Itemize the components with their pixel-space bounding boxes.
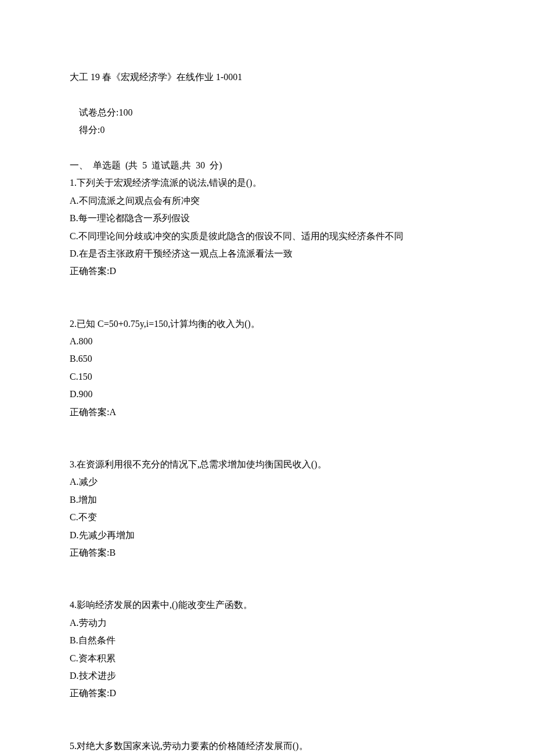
q3-option-b: B.增加 <box>70 491 464 509</box>
obtained-score: 得分:0 <box>79 125 104 135</box>
section-heading: 一、 单选题 (共 5 道试题,共 30 分) <box>70 157 464 174</box>
q3-prompt: 3.在资源利用很不充分的情况下,总需求增加使均衡国民收入()。 <box>70 456 464 473</box>
score-line: 试卷总分:100 得分:0 <box>70 86 464 157</box>
q3-option-a: A.减少 <box>70 473 464 491</box>
q3-option-c: C.不变 <box>70 509 464 526</box>
q4-answer: 正确答案:D <box>70 685 464 702</box>
q2-option-a: A.800 <box>70 333 464 350</box>
q3-answer: 正确答案:B <box>70 544 464 561</box>
spacer <box>70 298 464 315</box>
q1-prompt: 1.下列关于宏观经济学流派的说法,错误的是()。 <box>70 174 464 192</box>
spacer <box>70 561 464 579</box>
q4-prompt: 4.影响经济发展的因素中,()能改变生产函数。 <box>70 596 464 614</box>
q3-option-d: D.先减少再增加 <box>70 527 464 544</box>
spacer <box>70 280 464 298</box>
q1-option-c: C.不同理论间分歧或冲突的实质是彼此隐含的假设不同、适用的现实经济条件不同 <box>70 228 464 245</box>
q5-prompt: 5.对绝大多数国家来说,劳动力要素的价格随经济发展而()。 <box>70 737 464 755</box>
document-page: 大工 19 春《宏观经济学》在线作业 1-0001 试卷总分:100 得分:0 … <box>0 0 534 756</box>
spacer <box>70 421 464 438</box>
q2-answer: 正确答案:A <box>70 404 464 421</box>
q4-option-a: A.劳动力 <box>70 614 464 632</box>
spacer <box>70 579 464 596</box>
q1-answer: 正确答案:D <box>70 262 464 280</box>
q4-option-c: C.资本积累 <box>70 650 464 667</box>
q4-option-b: B.自然条件 <box>70 632 464 649</box>
q2-option-b: B.650 <box>70 350 464 368</box>
q1-option-a: A.不同流派之间观点会有所冲突 <box>70 192 464 210</box>
total-score: 试卷总分:100 <box>79 107 132 117</box>
q1-option-b: B.每一理论都隐含一系列假设 <box>70 210 464 227</box>
q4-option-d: D.技术进步 <box>70 667 464 685</box>
q2-option-d: D.900 <box>70 386 464 403</box>
q2-option-c: C.150 <box>70 368 464 386</box>
spacer <box>70 720 464 737</box>
spacer <box>70 703 464 720</box>
spacer <box>70 438 464 456</box>
q1-option-d: D.在是否主张政府干预经济这一观点上各流派看法一致 <box>70 245 464 262</box>
exam-title: 大工 19 春《宏观经济学》在线作业 1-0001 <box>70 69 464 86</box>
q2-prompt: 2.已知 C=50+0.75y,i=150,计算均衡的收入为()。 <box>70 315 464 333</box>
